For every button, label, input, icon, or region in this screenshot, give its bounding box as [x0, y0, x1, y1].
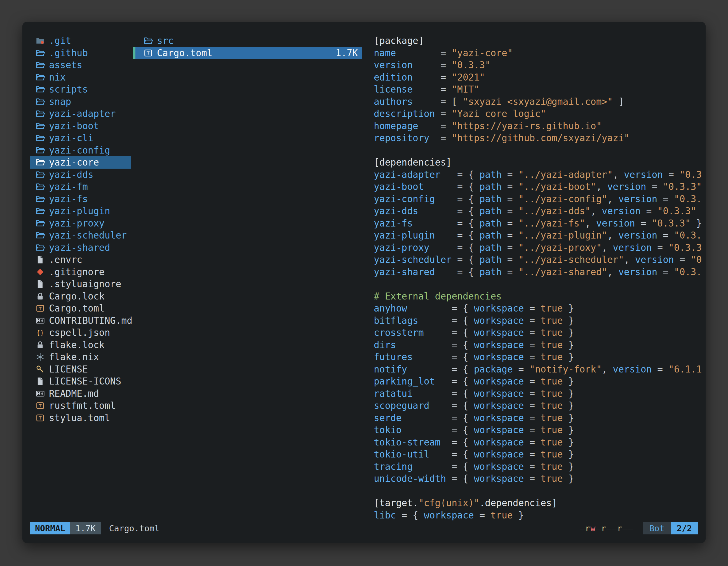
permissions: –rw–r––r–– — [580, 523, 633, 533]
folder-open-icon — [36, 109, 45, 118]
code-line: authors = [ "sxyazi <sxyazi@gmail.com>" … — [374, 96, 703, 108]
mode-badge: NORMAL — [30, 522, 70, 534]
file-row[interactable]: README.md — [30, 387, 131, 400]
dir-row[interactable]: assets — [30, 59, 131, 71]
code-line: notify = { package = "notify-fork", vers… — [374, 363, 703, 375]
file-name: scripts — [49, 83, 88, 96]
file-row[interactable]: .styluaignore — [30, 278, 131, 290]
folder-open-icon — [36, 182, 45, 191]
code-line: futures = { workspace = true } — [374, 351, 703, 363]
code-line: libc = { workspace = true } — [374, 509, 703, 522]
folder-open-icon — [36, 158, 45, 167]
dir-row[interactable]: yazi-fm — [30, 181, 131, 193]
git-folder-icon — [36, 36, 45, 45]
file-name: .github — [49, 47, 88, 59]
dir-row[interactable]: .git — [30, 35, 131, 47]
dir-row[interactable]: yazi-boot — [30, 120, 131, 132]
code-line: homepage = "https://yazi-rs.github.io" — [374, 120, 703, 132]
file-name: assets — [49, 59, 82, 71]
dir-row[interactable]: yazi-adapter — [30, 108, 131, 120]
dir-row[interactable]: snap — [30, 96, 131, 108]
lock-icon — [36, 340, 45, 349]
braces-icon: {} — [36, 328, 45, 337]
code-line: license = "MIT" — [374, 83, 703, 96]
dir-row[interactable]: scripts — [30, 83, 131, 96]
dir-row[interactable]: src — [133, 35, 362, 47]
file-row[interactable]: LICENSE — [30, 363, 131, 375]
dir-row[interactable]: yazi-shared — [30, 242, 131, 254]
git-diamond-icon — [36, 267, 45, 277]
file-size: 1.7K — [336, 47, 358, 59]
code-line — [374, 485, 703, 497]
file-name: src — [157, 35, 174, 47]
folder-open-icon — [144, 36, 153, 45]
file-row[interactable]: flake.nix — [30, 351, 131, 363]
file-name: yazi-fm — [49, 181, 88, 193]
code-line: ratatui = { workspace = true } — [374, 387, 703, 400]
dir-row[interactable]: yazi-plugin — [30, 205, 131, 217]
code-line: yazi-plugin = { path = "../yazi-plugin",… — [374, 229, 703, 242]
file-name: yazi-plugin — [49, 205, 110, 217]
dir-row[interactable]: yazi-cli — [30, 132, 131, 144]
file-row[interactable]: stylua.toml — [30, 412, 131, 424]
folder-open-icon — [36, 133, 45, 143]
file-row[interactable]: .gitignore — [30, 266, 131, 278]
code-line: tokio = { workspace = true } — [374, 424, 703, 436]
file-row[interactable]: Cargo.lock — [30, 290, 131, 302]
file-name: yazi-cli — [49, 132, 93, 144]
dir-row[interactable]: nix — [30, 71, 131, 84]
snowflake-icon — [36, 352, 45, 361]
file-name: yazi-proxy — [49, 217, 105, 230]
status-right-group: –rw–r––r–– Bot 2/2 — [580, 522, 698, 534]
code-line: dirs = { workspace = true } — [374, 339, 703, 351]
dir-row[interactable]: yazi-scheduler — [30, 229, 131, 242]
file-name: CONTRIBUTING.md — [49, 314, 132, 327]
lock-icon — [36, 292, 45, 301]
app-window: .git.githubassetsnixscriptssnapyazi-adap… — [22, 22, 706, 543]
dir-row[interactable]: yazi-core — [30, 156, 131, 169]
file-name: Cargo.toml — [157, 47, 213, 59]
code-line: anyhow = { workspace = true } — [374, 302, 703, 314]
code-line: unicode-width = { workspace = true } — [374, 473, 703, 485]
dir-row[interactable]: yazi-config — [30, 144, 131, 157]
code-line: [dependencies] — [374, 156, 703, 169]
code-line: # External dependencies — [374, 290, 703, 302]
markdown-icon — [36, 316, 45, 325]
code-line: yazi-boot = { path = "../yazi-boot", ver… — [374, 181, 703, 193]
file-name: stylua.toml — [49, 412, 110, 424]
file-name: nix — [49, 71, 66, 84]
file-name: README.md — [49, 387, 99, 400]
folder-open-icon — [36, 194, 45, 204]
file-row[interactable]: CONTRIBUTING.md — [30, 314, 131, 327]
file-name: .gitignore — [49, 266, 105, 278]
file-row[interactable]: flake.lock — [30, 339, 131, 351]
code-line — [374, 278, 703, 290]
code-line: crossterm = { workspace = true } — [374, 326, 703, 339]
file-name: LICENSE — [49, 363, 88, 375]
file-icon — [36, 377, 45, 386]
file-name: yazi-fs — [49, 193, 88, 205]
toml-icon — [36, 413, 45, 422]
folder-open-icon — [36, 48, 45, 58]
file-icon — [36, 255, 45, 264]
dir-row[interactable]: yazi-fs — [30, 193, 131, 205]
file-row[interactable]: {}cspell.json — [30, 326, 131, 339]
file-name: yazi-shared — [49, 242, 110, 254]
file-row[interactable]: LICENSE-ICONS — [30, 375, 131, 387]
file-icon — [36, 280, 45, 288]
file-row[interactable]: .envrc — [30, 254, 131, 266]
toml-icon — [36, 401, 45, 410]
file-name: yazi-dds — [49, 169, 93, 181]
code-line: yazi-scheduler = { path = "../yazi-sched… — [374, 254, 703, 266]
file-row[interactable]: Cargo.toml1.7K — [133, 47, 362, 59]
folder-open-icon — [36, 243, 45, 252]
folder-open-icon — [36, 219, 45, 228]
dir-row[interactable]: yazi-proxy — [30, 217, 131, 230]
dir-row[interactable]: .github — [30, 47, 131, 59]
dir-row[interactable]: yazi-dds — [30, 169, 131, 181]
file-row[interactable]: rustfmt.toml — [30, 400, 131, 412]
file-name: flake.lock — [49, 339, 105, 351]
folder-open-icon — [36, 231, 45, 240]
file-row[interactable]: Cargo.toml — [30, 302, 131, 314]
toml-icon — [36, 304, 45, 313]
